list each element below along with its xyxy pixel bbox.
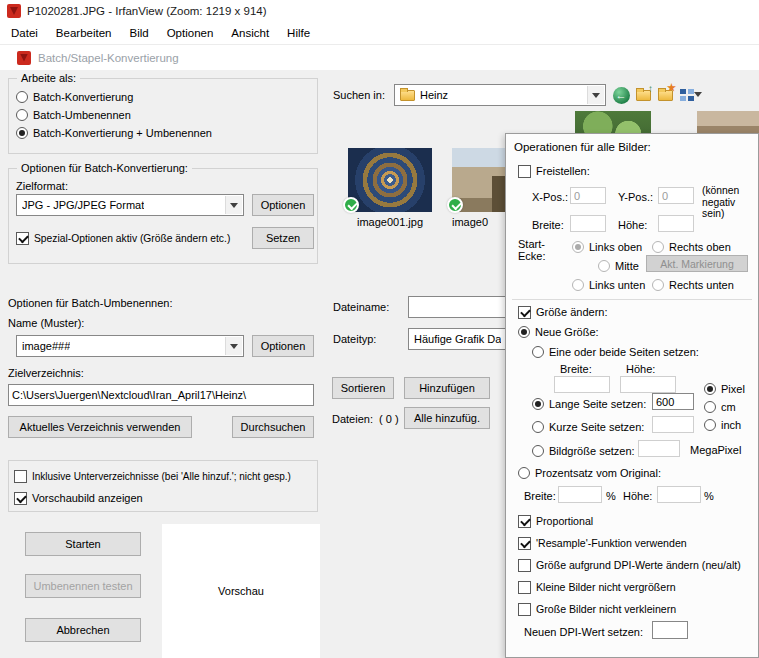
radio-bildgroesse[interactable]: Bildgröße setzen: [532,444,635,458]
radio-mitte[interactable]: Mitte [598,259,639,273]
checkbox-icon [518,603,531,616]
freistellen-checkbox[interactable]: Freistellen: [518,164,590,178]
umbenennen-testen-button[interactable]: Umbenennen testen [25,574,141,598]
groesse-aendern-checkbox[interactable]: Größe ändern: [518,305,608,319]
radio-pixel[interactable]: Pixel [704,382,745,396]
radio-inch[interactable]: inch [704,418,741,432]
dpi-input[interactable] [652,621,688,639]
radio-batch-konvertierung-umbenennen[interactable]: Batch-Konvertierung + Umbenennen [16,126,212,140]
abbrechen-button[interactable]: Abbrechen [25,618,141,642]
radio-label: Links unten [589,279,645,291]
radio-beide-seiten[interactable]: Eine oder beide Seiten setzen: [532,345,699,359]
radio-icon [532,421,544,433]
name-muster-combo[interactable]: image### [16,335,244,357]
start-ecke-label2: Ecke: [518,250,546,262]
radio-lange-seite[interactable]: Lange Seite setzen: [532,397,646,411]
menu-optionen[interactable]: Optionen [158,27,223,39]
radio-links-oben[interactable]: Links oben [572,240,642,254]
prozent-breite-input[interactable] [558,486,602,503]
nicht-verkleinern-checkbox[interactable]: Große Bilder nicht verkleinern [518,602,676,616]
resize-breite-input[interactable] [554,376,610,393]
batch-umbenennen-heading: Optionen für Batch-Umbenennen: [8,297,173,309]
checkbox-icon [14,492,27,505]
radio-batch-umbenennen[interactable]: Batch-Umbenennen [16,108,131,122]
unterverzeichnisse-checkbox[interactable]: Inklusive Unterverzeichnisse (bei 'Alle … [14,469,291,483]
checkbox-label: Proportional [536,515,593,527]
menu-ansicht[interactable]: Ansicht [222,27,278,39]
radio-kurze-seite[interactable]: Kurze Seite setzen: [532,420,644,434]
zielverzeichnis-input[interactable] [8,384,314,406]
setzen-button[interactable]: Setzen [252,227,314,249]
spezial-optionen-checkbox[interactable]: Spezial-Optionen aktiv (Größe ändern etc… [16,231,230,245]
radio-label: Batch-Umbenennen [33,109,131,121]
starten-button[interactable]: Starten [25,532,141,556]
resample-checkbox[interactable]: 'Resample'-Funktion verwenden [518,536,687,550]
nicht-vergroessern-checkbox[interactable]: Kleine Bilder nicht vergrößern [518,580,676,594]
alle-hinzufuegen-button[interactable]: Alle hinzufüg. [404,407,490,429]
zielverzeichnis-label: Zielverzeichnis: [8,367,84,379]
bildgroesse-input[interactable] [638,440,680,457]
radio-label: cm [721,401,736,413]
dropdown-arrow-icon [225,196,242,214]
window-title: P1020281.JPG - IrfanView (Zoom: 1219 x 9… [27,5,267,17]
last-folder-button[interactable]: ← [611,85,631,105]
resize-breite-label: Breite: [560,363,592,375]
crop-hoehe-label: Höhe: [618,219,647,231]
y-pos-input[interactable] [658,187,694,204]
akt-markierung-button[interactable]: Akt. Markierung [646,255,748,272]
dateityp-label: Dateityp: [333,333,376,345]
radio-icon [598,260,610,272]
format-optionen-button[interactable]: Optionen [252,194,314,216]
sparkle-icon: ★ [667,82,676,93]
menu-bearbeiten[interactable]: Bearbeiten [47,27,121,39]
radio-label: Mitte [615,260,639,272]
x-pos-input[interactable] [570,187,606,204]
groupbox-batch-konvertierung-legend: Optionen für Batch-Konvertierung: [17,162,192,174]
vorschaubild-checkbox[interactable]: Vorschaubild anzeigen [14,491,143,505]
resize-hoehe-input[interactable] [620,376,676,393]
folder-icon [400,90,415,101]
crop-breite-input[interactable] [570,215,606,232]
durchsuchen-button[interactable]: Durchsuchen [232,416,314,438]
up-one-level-button[interactable]: ↑ [633,85,653,105]
dpi-aendern-checkbox[interactable]: Größe aufgrund DPI-Werte ändern (neu/alt… [518,558,741,572]
radio-rechts-unten[interactable]: Rechts unten [652,278,734,292]
aktuelles-verzeichnis-button[interactable]: Aktuelles Verzeichnis verwenden [8,416,192,438]
batch-dialog-title: Batch/Stapel-Konvertierung [38,52,179,64]
radio-rechts-oben[interactable]: Rechts oben [652,240,731,254]
suchen-in-combo[interactable]: Heinz [394,84,606,106]
thumbnail-image001[interactable] [348,148,432,212]
menu-bild[interactable]: Bild [120,27,157,39]
rename-optionen-button[interactable]: Optionen [252,335,314,357]
groupbox-arbeite-als-legend: Arbeite als: [17,72,80,84]
batch-dialog-titlebar[interactable]: Batch/Stapel-Konvertierung [0,44,759,70]
thumbnail-label: image0 [452,216,504,228]
new-folder-button[interactable]: ★ [655,85,675,105]
menu-hilfe[interactable]: Hilfe [278,27,319,39]
radio-prozentsatz[interactable]: Prozentsatz vom Original: [518,466,661,480]
prozent-hoehe-input[interactable] [657,486,701,503]
radio-icon [518,467,530,479]
radio-batch-konvertierung[interactable]: Batch-Konvertierung [16,90,133,104]
radio-neue-groesse[interactable]: Neue Größe: [518,325,599,339]
kurze-seite-input[interactable] [652,416,694,433]
proportional-checkbox[interactable]: Proportional [518,514,593,528]
radio-label: Eine oder beide Seiten setzen: [549,346,699,358]
view-menu-button[interactable] [677,85,705,105]
checkbox-icon [518,559,531,572]
menu-datei[interactable]: Datei [2,27,47,39]
up-arrow-icon: ↑ [648,83,653,94]
radio-links-unten[interactable]: Links unten [572,278,645,292]
radio-icon [704,401,716,413]
lange-seite-input[interactable] [652,393,694,410]
radio-cm[interactable]: cm [704,400,736,414]
crop-hoehe-input[interactable] [658,215,694,232]
zielformat-select[interactable]: JPG - JPG/JPEG Format [16,194,244,216]
radio-label: Lange Seite setzen: [549,398,646,410]
sortieren-button[interactable]: Sortieren [332,377,394,399]
suchen-in-value: Heinz [420,89,448,101]
radio-icon [16,127,28,139]
radio-icon [704,419,716,431]
radio-label: Rechts oben [669,241,731,253]
hinzufuegen-button[interactable]: Hinzufügen [404,377,490,399]
